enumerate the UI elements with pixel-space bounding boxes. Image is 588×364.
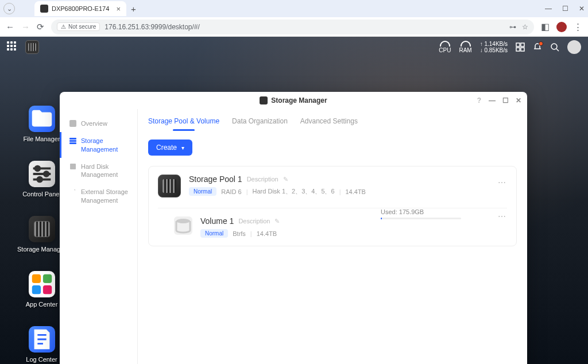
- tab-bar: Storage Pool & Volume Data Organization …: [148, 115, 517, 131]
- window-maximize-button[interactable]: ☐: [502, 96, 509, 104]
- pool-more-button[interactable]: ⋯: [498, 178, 507, 187]
- cpu-meter[interactable]: CPU: [439, 41, 451, 53]
- svg-rect-0: [516, 43, 520, 47]
- volume-description: Description: [238, 218, 270, 224]
- nas-desktop: CPU RAM ↑ 1.14KB/s ↓ 0.85KB/s: [0, 37, 588, 364]
- usage-bar: [381, 218, 461, 219]
- desktop-dock: File Manager Control Panel Storage Manag…: [17, 106, 66, 363]
- tab-data-organization[interactable]: Data Organization: [232, 115, 288, 131]
- apps-grid-button[interactable]: [7, 41, 18, 53]
- log-icon: [29, 326, 55, 353]
- pool-name: Storage Pool 1: [189, 175, 242, 184]
- nav-external-storage[interactable]: External Storage Management: [60, 183, 137, 209]
- storage-pool-row[interactable]: Storage Pool 1 Description ✎ Normal RAID…: [158, 175, 507, 198]
- edit-volume-description-icon[interactable]: ✎: [274, 218, 280, 225]
- main-panel: Storage Pool & Volume Data Organization …: [138, 109, 527, 364]
- address-bar[interactable]: ⚠ Not secure 176.16.251.63:9999/desktop/…: [51, 20, 534, 34]
- tab-favicon: [40, 5, 48, 13]
- new-tab-button[interactable]: +: [131, 4, 136, 14]
- pool-size: 14.4TB: [345, 188, 365, 195]
- pool-status-badge: Normal: [189, 187, 216, 196]
- external-icon: [69, 188, 76, 195]
- dock-file-manager[interactable]: File Manager: [17, 106, 66, 142]
- notifications-icon[interactable]: [533, 42, 542, 52]
- storage-pool-card: Storage Pool 1 Description ✎ Normal RAID…: [148, 166, 517, 246]
- volume-name: Volume 1: [200, 216, 234, 226]
- hdd-icon: [69, 163, 76, 170]
- dock-storage-manager[interactable]: Storage Manager: [17, 216, 66, 253]
- svg-point-7: [37, 177, 42, 182]
- help-button[interactable]: ?: [477, 96, 481, 104]
- svg-rect-8: [32, 274, 40, 283]
- svg-rect-15: [69, 142, 76, 144]
- reload-button[interactable]: ⟳: [37, 22, 44, 32]
- app-center-icon: [29, 271, 55, 297]
- storage-mgmt-icon: [69, 137, 76, 144]
- tab-storage-pool-volume[interactable]: Storage Pool & Volume: [148, 115, 219, 131]
- nas-logo-icon[interactable]: [25, 40, 39, 54]
- svg-rect-1: [521, 43, 524, 47]
- edit-pool-description-icon[interactable]: ✎: [283, 176, 288, 183]
- tab-close-icon[interactable]: ×: [116, 5, 121, 13]
- storage-manager-window: Storage Manager ? — ☐ ✕ Overview Storage…: [60, 92, 527, 364]
- nav-overview[interactable]: Overview: [60, 115, 137, 132]
- volume-size: 14.4TB: [257, 230, 277, 237]
- url-text: 176.16.251.63:9999/desktop/#/: [105, 23, 199, 31]
- dock-log-center[interactable]: Log Center: [17, 326, 66, 363]
- window-close-button[interactable]: ✕: [516, 96, 521, 104]
- volume-icon: [174, 216, 192, 235]
- browser-titlebar: ⌄ DXP6800PRO-E174 × + — ☐ ✕: [0, 0, 588, 17]
- bookmark-icon[interactable]: ☆: [522, 23, 528, 31]
- search-icon[interactable]: [550, 42, 559, 52]
- svg-rect-9: [42, 274, 51, 283]
- volume-usage: Used: 175.9GB: [381, 208, 461, 219]
- tab-search-button[interactable]: ⌄: [3, 3, 15, 14]
- svg-point-4: [551, 44, 557, 49]
- create-button[interactable]: Create: [148, 140, 192, 156]
- window-title: Storage Manager: [271, 96, 327, 104]
- notification-badge: [539, 41, 543, 46]
- svg-point-5: [35, 166, 40, 171]
- svg-rect-3: [521, 48, 524, 51]
- minimize-button[interactable]: —: [545, 5, 552, 13]
- forward-button[interactable]: →: [21, 22, 30, 32]
- user-avatar[interactable]: [567, 40, 581, 54]
- tab-advanced-settings[interactable]: Advanced Settings: [300, 115, 358, 131]
- sliders-icon: [29, 161, 55, 187]
- svg-rect-11: [42, 285, 51, 294]
- maximize-button[interactable]: ☐: [562, 5, 568, 13]
- extensions-icon[interactable]: ◧: [541, 21, 550, 32]
- svg-rect-2: [516, 48, 520, 51]
- tab-title: DXP6800PRO-E174: [52, 5, 109, 12]
- volume-fs: Btrfs: [233, 230, 246, 237]
- browser-menu-button[interactable]: ⋮: [574, 22, 582, 32]
- browser-tab[interactable]: DXP6800PRO-E174 ×: [34, 1, 126, 16]
- svg-point-17: [176, 219, 190, 223]
- close-button[interactable]: ✕: [579, 5, 585, 13]
- nav-storage-management[interactable]: Storage Management: [60, 132, 137, 158]
- widgets-icon[interactable]: [516, 42, 525, 52]
- dock-control-panel[interactable]: Control Panel: [17, 161, 66, 198]
- dock-app-center[interactable]: App Center: [17, 271, 66, 308]
- svg-rect-12: [69, 120, 76, 127]
- warning-icon: ⚠: [61, 24, 66, 30]
- svg-rect-14: [69, 140, 76, 142]
- storage-icon: [29, 216, 55, 242]
- back-button[interactable]: ←: [6, 22, 14, 32]
- svg-rect-16: [70, 164, 76, 169]
- pool-icon: [158, 175, 181, 198]
- network-stats[interactable]: ↑ 1.14KB/s ↓ 0.85KB/s: [480, 41, 508, 53]
- folder-icon: [29, 106, 55, 132]
- profile-button[interactable]: [556, 22, 567, 32]
- nav-hard-disk-management[interactable]: Hard Disk Management: [60, 158, 137, 184]
- ram-meter[interactable]: RAM: [459, 41, 471, 53]
- window-controls: — ☐ ✕: [545, 5, 585, 13]
- volume-more-button[interactable]: ⋯: [498, 212, 507, 221]
- window-header[interactable]: Storage Manager ? — ☐ ✕: [60, 92, 527, 109]
- svg-rect-10: [32, 285, 40, 294]
- window-minimize-button[interactable]: —: [489, 96, 496, 104]
- key-icon[interactable]: ⊶: [509, 23, 516, 31]
- volume-status-badge: Normal: [200, 229, 228, 238]
- volume-row[interactable]: Volume 1 Description ✎ Normal Btrfs | 14…: [158, 208, 507, 238]
- security-badge[interactable]: ⚠ Not secure: [57, 22, 100, 31]
